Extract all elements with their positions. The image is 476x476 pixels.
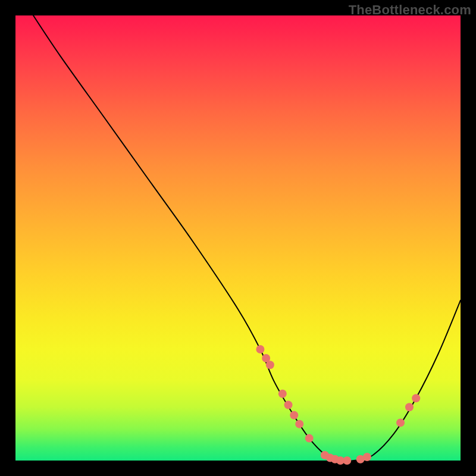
marker-dot bbox=[305, 434, 314, 443]
marker-dot bbox=[363, 453, 371, 461]
bottleneck-curve bbox=[33, 15, 461, 461]
marker-dot bbox=[290, 411, 298, 419]
marker-dot bbox=[405, 403, 414, 411]
marker-dot bbox=[284, 401, 293, 409]
plot-area bbox=[15, 15, 461, 461]
marker-dot bbox=[266, 361, 274, 369]
marker-dot bbox=[412, 394, 420, 402]
curve-markers bbox=[256, 345, 420, 465]
marker-dot bbox=[343, 456, 351, 465]
marker-dot bbox=[295, 420, 303, 428]
curve-layer bbox=[15, 15, 461, 461]
marker-dot bbox=[278, 390, 287, 398]
marker-dot bbox=[396, 418, 405, 427]
marker-dot bbox=[256, 345, 264, 353]
